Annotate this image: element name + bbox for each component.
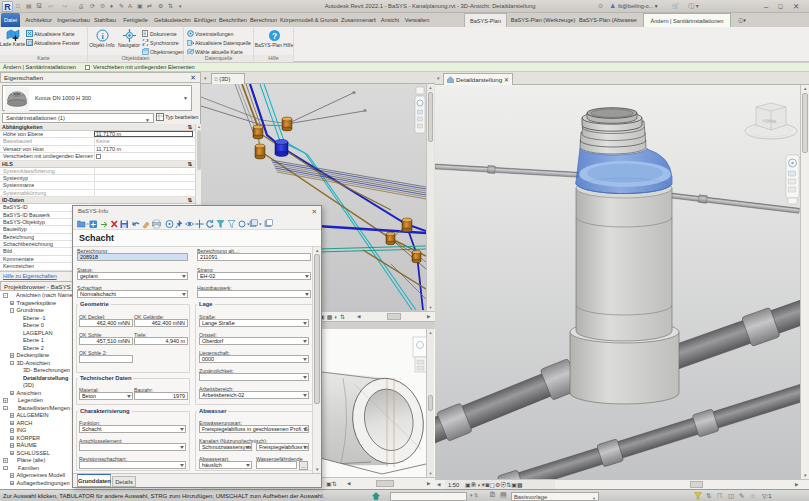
svg-text:VORNE: VORNE [762, 118, 777, 124]
svg-text:i: i [101, 32, 104, 41]
svg-text:?: ? [271, 31, 276, 41]
